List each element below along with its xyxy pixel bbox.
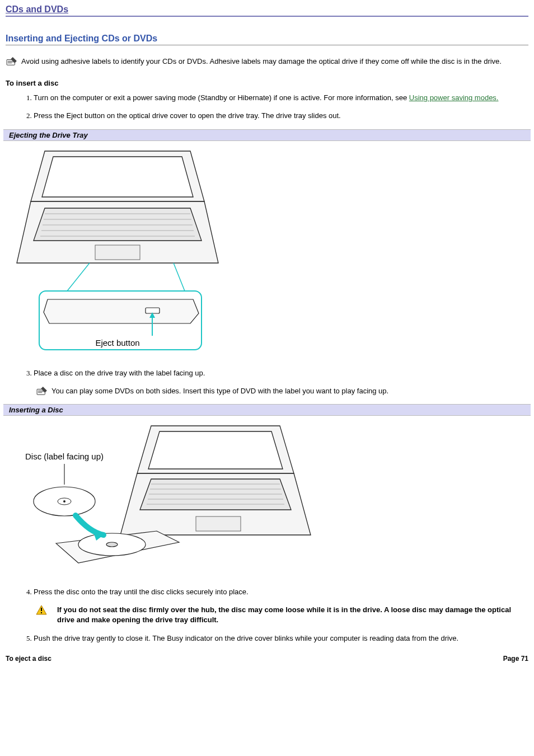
svg-rect-46	[41, 612, 42, 613]
svg-rect-16	[146, 308, 160, 313]
svg-line-19	[67, 263, 90, 291]
svg-line-20	[174, 263, 185, 291]
eject-heading: To eject a disc	[6, 655, 51, 663]
steps-list-cont2: Press the disc onto the tray until the d…	[6, 587, 528, 644]
svg-rect-45	[41, 608, 42, 611]
disc-label: Disc (label facing up)	[25, 452, 104, 461]
warning-icon	[36, 605, 47, 615]
step-5: Push the drive tray gently to close it. …	[34, 633, 528, 644]
figure-ejecting-tray: Eject button	[6, 141, 528, 368]
svg-marker-6	[42, 157, 193, 197]
page-title: CDs and DVDs	[6, 4, 528, 17]
page-footer: To eject a disc Page 71	[6, 655, 528, 663]
step-3-note-text: You can play some DVDs on both sides. In…	[51, 386, 388, 396]
step-3-text: Place a disc on the drive tray with the …	[34, 369, 205, 377]
svg-point-42	[106, 542, 118, 547]
svg-point-29	[63, 500, 65, 503]
figure-inserting-disc: Disc (label facing up)	[6, 416, 528, 587]
eject-button-label: Eject button	[95, 338, 139, 348]
steps-list-cont: Place a disc on the drive tray with the …	[6, 368, 528, 396]
pencil-note-icon	[36, 387, 48, 396]
section-heading: Inserting and Ejecting CDs or DVDs	[6, 34, 528, 45]
note-block: Avoid using adhesive labels to identify …	[6, 57, 528, 67]
pencil-note-icon	[6, 57, 18, 66]
svg-rect-39	[196, 516, 241, 531]
step-4-warning: If you do not seat the disc firmly over …	[36, 605, 528, 625]
insert-heading: To insert a disc	[6, 79, 528, 87]
page-number: Page 71	[503, 655, 528, 663]
svg-marker-8	[34, 208, 202, 241]
step-3: Place a disc on the drive tray with the …	[34, 368, 528, 396]
power-saving-link[interactable]: Using power saving modes.	[409, 93, 499, 102]
figure-caption-inserting: Inserting a Disc	[3, 404, 531, 416]
step-1-text: Turn on the computer or exit a power sav…	[34, 93, 409, 102]
step-4-text: Press the disc onto the tray until the d…	[34, 588, 249, 596]
step-1: Turn on the computer or exit a power sav…	[34, 93, 528, 103]
step-4: Press the disc onto the tray until the d…	[34, 587, 528, 626]
step-4-warning-text: If you do not seat the disc firmly over …	[57, 605, 528, 625]
note-text: Avoid using adhesive labels to identify …	[21, 57, 502, 67]
svg-rect-14	[95, 245, 140, 260]
svg-marker-31	[148, 431, 283, 469]
figure-caption-ejecting: Ejecting the Drive Tray	[3, 129, 531, 141]
steps-list: Turn on the computer or exit a power sav…	[6, 93, 528, 121]
step-3-note: You can play some DVDs on both sides. In…	[36, 386, 528, 396]
svg-marker-33	[140, 479, 291, 510]
step-2: Press the Eject button on the optical dr…	[34, 111, 528, 121]
